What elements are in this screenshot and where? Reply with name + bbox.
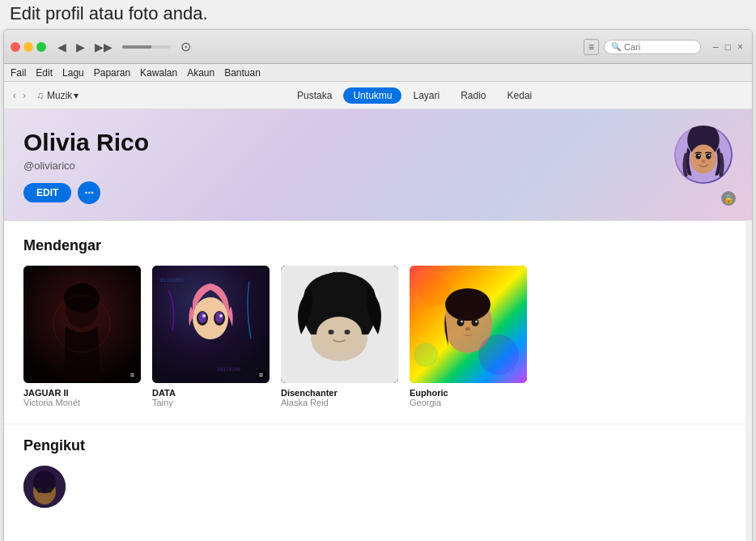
- svg-text:01101001: 01101001: [160, 277, 184, 283]
- menu-bantuan[interactable]: Bantuan: [224, 67, 261, 79]
- svg-point-6: [708, 155, 710, 156]
- album-artist-jaguar: Victoria Monét: [23, 398, 141, 407]
- titlebar-right: ≡ 🔍 – □ ×: [584, 39, 745, 55]
- profile-name: Olivia Rico: [23, 129, 733, 156]
- svg-point-18: [198, 312, 206, 323]
- source-label: Muzik: [47, 90, 72, 101]
- traffic-lights: [11, 42, 46, 52]
- album-badge-data: ≡: [256, 370, 266, 380]
- menu-fail[interactable]: Fail: [11, 67, 26, 79]
- svg-point-33: [457, 318, 465, 326]
- menu-paparan[interactable]: Paparan: [94, 67, 130, 79]
- svg-point-2: [690, 144, 716, 173]
- forward-button[interactable]: ▶▶: [91, 39, 116, 55]
- svg-point-39: [478, 334, 519, 375]
- profile-actions: EDIT ···: [23, 181, 733, 204]
- tab-untukmu[interactable]: Untukmu: [343, 87, 401, 104]
- tab-radio[interactable]: Radio: [451, 87, 495, 104]
- tab-layari[interactable]: Layari: [403, 87, 449, 104]
- euphoric-art-svg: [410, 266, 527, 383]
- svg-point-38: [418, 274, 450, 306]
- listening-section: Mendengar: [4, 221, 752, 424]
- app-window: ◀ ▶ ▶▶ ⊙ ≡ 🔍 – □ × Fail Edit Lagu Papara…: [3, 29, 753, 541]
- avatar-memoji-svg: [674, 126, 733, 184]
- close-button[interactable]: [11, 42, 20, 52]
- svg-point-35: [461, 321, 463, 323]
- album-cover-data[interactable]: 01101001 10110100 ≡: [152, 266, 270, 383]
- follower-avatar: [23, 466, 66, 508]
- win-close-button[interactable]: ×: [735, 40, 745, 53]
- album-item-euphoric: Euphoric Georgia: [410, 266, 527, 407]
- svg-point-20: [202, 314, 206, 317]
- svg-point-7: [701, 160, 705, 163]
- edit-profile-button[interactable]: EDIT: [23, 183, 71, 202]
- play-button[interactable]: ▶: [73, 39, 88, 55]
- followers-section: Pengikut: [4, 424, 752, 514]
- svg-point-43: [33, 471, 56, 493]
- svg-point-40: [414, 343, 438, 367]
- svg-point-45: [47, 488, 52, 493]
- album-badge-jaguar: ≡: [127, 370, 138, 380]
- titlebar: ◀ ▶ ▶▶ ⊙ ≡ 🔍 – □ ×: [4, 30, 752, 64]
- profile-avatar: [674, 126, 733, 184]
- svg-point-3: [696, 153, 701, 159]
- album-item-data: 01101001 10110100 ≡ DATA Tainy: [152, 266, 270, 407]
- svg-point-37: [465, 327, 470, 330]
- nav-tabs: Pustaka Untukmu Layari Radio Kedai: [287, 87, 542, 104]
- svg-point-36: [475, 321, 478, 323]
- album-title-disenchanter: Disenchanter: [281, 388, 398, 398]
- listening-section-title: Mendengar: [23, 237, 733, 254]
- album-cover-jaguar[interactable]: ≡: [23, 266, 141, 383]
- menu-edit[interactable]: Edit: [36, 67, 53, 79]
- list-view-button[interactable]: ≡: [584, 39, 599, 55]
- album-cover-disenchanter[interactable]: [281, 266, 398, 383]
- airplay-button[interactable]: ⊙: [181, 39, 191, 54]
- back-button[interactable]: ◀: [54, 39, 70, 55]
- volume-slider[interactable]: [122, 45, 171, 49]
- svg-point-29: [345, 330, 350, 334]
- main-content: Olivia Rico @oliviarico EDIT ···: [4, 109, 752, 541]
- search-icon: 🔍: [611, 42, 621, 51]
- tooltip-text: Edit profil atau foto anda.: [0, 0, 756, 29]
- menu-kawalan[interactable]: Kawalan: [140, 67, 177, 79]
- transport-controls: ◀ ▶ ▶▶ ⊙: [54, 39, 191, 55]
- follower-memoji: [23, 466, 66, 508]
- svg-point-44: [37, 488, 42, 493]
- source-select-button[interactable]: Muzik ▾: [47, 90, 79, 101]
- window-controls: – □ ×: [711, 40, 745, 53]
- jaguar-art-svg: [23, 266, 141, 383]
- tab-kedai[interactable]: Kedai: [498, 87, 542, 104]
- svg-point-32: [445, 288, 491, 321]
- album-title-euphoric: Euphoric: [410, 388, 527, 398]
- data-art-svg: 01101001 10110100: [152, 266, 270, 383]
- win-max-button[interactable]: □: [723, 40, 733, 53]
- nav-forward-button[interactable]: ›: [20, 88, 28, 103]
- svg-point-21: [219, 314, 223, 317]
- source-selector: ♫ Muzik ▾: [36, 90, 79, 101]
- profile-handle: @oliviarico: [23, 160, 733, 172]
- album-item-jaguar: ≡ JAGUAR II Victoria Monét: [23, 266, 141, 407]
- search-input[interactable]: [624, 42, 697, 52]
- svg-point-4: [706, 153, 711, 159]
- album-artist-disenchanter: Alaska Reid: [281, 398, 398, 407]
- privacy-lock-icon: 🔒: [721, 191, 736, 206]
- menu-akaun[interactable]: Akaun: [187, 67, 214, 79]
- tab-pustaka[interactable]: Pustaka: [287, 87, 342, 104]
- album-cover-euphoric[interactable]: [410, 266, 527, 383]
- albums-grid: ≡ JAGUAR II Victoria Monét: [23, 266, 733, 407]
- svg-point-19: [215, 312, 223, 323]
- menu-lagu[interactable]: Lagu: [62, 67, 84, 79]
- album-title-data: DATA: [152, 388, 270, 398]
- more-options-button[interactable]: ···: [78, 181, 100, 204]
- win-min-button[interactable]: –: [711, 40, 721, 53]
- followers-section-title: Pengikut: [23, 437, 733, 454]
- svg-point-5: [699, 155, 700, 156]
- search-box: 🔍: [604, 40, 701, 54]
- music-note-icon: ♫: [36, 90, 44, 101]
- minimize-button[interactable]: [23, 42, 33, 52]
- maximize-button[interactable]: [36, 42, 46, 52]
- source-chevron-icon: ▾: [74, 90, 79, 101]
- nav-arrows: ‹ ›: [11, 88, 28, 103]
- nav-back-button[interactable]: ‹: [11, 88, 19, 103]
- profile-section: Olivia Rico @oliviarico EDIT ···: [4, 109, 752, 220]
